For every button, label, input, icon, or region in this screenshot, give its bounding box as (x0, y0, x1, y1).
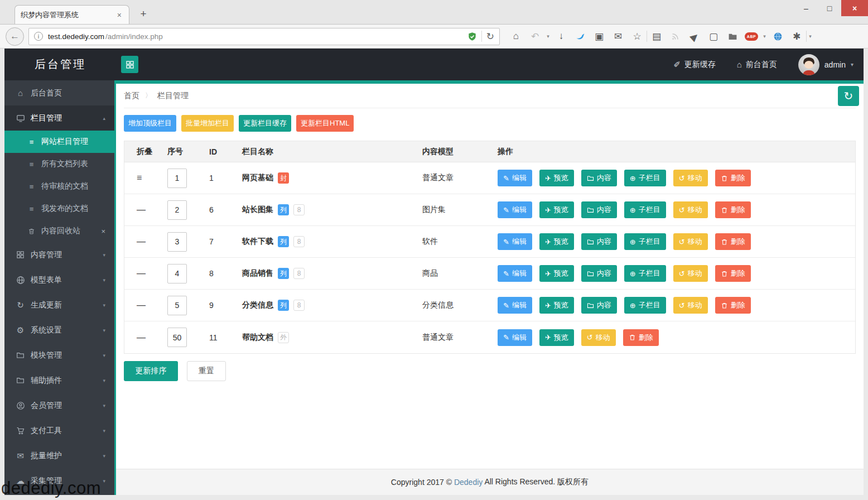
order-input[interactable] (167, 296, 187, 315)
update-column-cache-button[interactable]: 更新栏目缓存 (239, 115, 291, 132)
edit-button[interactable]: ✎编辑 (498, 170, 532, 186)
info-icon[interactable]: i (34, 32, 43, 41)
globe-icon[interactable] (768, 32, 787, 41)
send-icon[interactable]: ▶ (685, 31, 704, 42)
reload-icon[interactable]: ↻ (486, 31, 494, 42)
sidebar-item-column-mgmt[interactable]: 栏目管理 ▴ (4, 105, 114, 131)
sidebar-item-content-mgmt[interactable]: 内容管理 ▾ (4, 242, 114, 267)
sidebar-item-my-docs[interactable]: ≡ 我发布的文档 (4, 198, 114, 220)
overflow-dropdown-icon[interactable]: ▾ (807, 33, 814, 39)
collapse-icon[interactable]: — (137, 237, 146, 246)
delete-button[interactable]: 删除 (715, 297, 751, 314)
collapse-icon[interactable]: — (137, 300, 146, 310)
edit-button[interactable]: ✎编辑 (498, 201, 532, 218)
sidebar-item-dashboard[interactable]: ⌂ 后台首页 (4, 80, 114, 105)
undo-icon[interactable]: ↶ (525, 31, 544, 42)
column-name[interactable]: 帮助文档 (242, 333, 273, 343)
url-bar[interactable]: i test.dedediy.com /admin/index.php ↻ (28, 28, 500, 45)
window-panel-icon[interactable]: ▢ (704, 31, 723, 42)
delete-button[interactable]: 删除 (715, 170, 751, 186)
collapse-icon[interactable]: — (137, 205, 146, 214)
window-minimize-button[interactable]: – (794, 0, 818, 16)
preview-button[interactable]: ✈预览 (539, 201, 574, 218)
sidebar-item-pending-docs[interactable]: ≡ 待审核的文档 (4, 175, 114, 198)
collapse-icon[interactable]: — (137, 268, 146, 278)
edit-button[interactable]: ✎编辑 (498, 265, 532, 282)
close-icon[interactable]: × (101, 227, 105, 235)
order-input[interactable] (167, 232, 187, 252)
front-home-link[interactable]: ⌂ 前台首页 (737, 60, 777, 70)
delete-button[interactable]: 删除 (715, 233, 751, 250)
move-button[interactable]: ↺移动 (673, 297, 708, 314)
tab-close-icon[interactable]: × (115, 11, 123, 20)
column-name[interactable]: 分类信息 (242, 300, 273, 310)
column-name[interactable]: 站长图集 (242, 205, 273, 215)
user-menu[interactable]: admin ▾ (798, 54, 853, 75)
move-button[interactable]: ↺移动 (673, 233, 708, 250)
apps-grid-button[interactable] (121, 56, 138, 73)
batch-add-column-button[interactable]: 批量增加栏目 (181, 115, 234, 132)
folder-icon[interactable] (723, 32, 742, 41)
preview-button[interactable]: ✈预览 (539, 329, 574, 346)
order-input[interactable] (167, 169, 187, 188)
mail-icon[interactable]: ✉ (609, 31, 628, 42)
move-button[interactable]: ↺移动 (673, 265, 708, 282)
preview-button[interactable]: ✈预览 (539, 233, 574, 250)
edit-button[interactable]: ✎编辑 (498, 233, 532, 250)
plugin-icon[interactable]: ✱ (787, 31, 806, 42)
sidebar-item-payment[interactable]: 支付工具 ▾ (4, 418, 114, 443)
edit-button[interactable]: ✎编辑 (498, 297, 532, 314)
order-input[interactable] (167, 264, 187, 283)
sidebar-item-generate[interactable]: ↻ 生成更新 ▾ (4, 292, 114, 318)
move-button[interactable]: ↺移动 (581, 329, 616, 346)
subcolumn-button[interactable]: ⊕子栏目 (624, 233, 666, 250)
move-button[interactable]: ↺移动 (673, 201, 708, 218)
column-name[interactable]: 网页基础 (242, 173, 273, 183)
update-order-button[interactable]: 更新排序 (124, 361, 178, 381)
column-name[interactable]: 软件下载 (242, 237, 273, 247)
subcolumn-button[interactable]: ⊕子栏目 (624, 201, 666, 218)
content-button[interactable]: 内容 (581, 265, 617, 282)
new-tab-button[interactable]: + (135, 8, 152, 20)
sidebar-item-module-mgmt[interactable]: 模块管理 ▾ (4, 343, 114, 368)
sidebar-item-plugins[interactable]: 辅助插件 ▾ (4, 368, 114, 393)
add-top-column-button[interactable]: 增加顶级栏目 (124, 115, 176, 132)
sidebar-item-model-form[interactable]: 模型表单 ▾ (4, 267, 114, 292)
shield-icon[interactable] (467, 32, 477, 41)
content-button[interactable]: 内容 (581, 233, 617, 250)
home-icon[interactable]: ⌂ (507, 31, 525, 42)
rss-icon[interactable] (666, 32, 685, 41)
sidebar-item-site-columns[interactable]: ≡ 网站栏目管理 (4, 131, 114, 153)
sidebar-item-system-settings[interactable]: ⚙ 系统设置 ▾ (4, 318, 114, 343)
sidebar-item-all-docs[interactable]: ≡ 所有文档列表 (4, 153, 114, 175)
star-icon[interactable]: ☆ (628, 31, 647, 42)
adblock-icon[interactable]: ABP (742, 32, 761, 41)
adblock-dropdown-icon[interactable]: ▾ (761, 33, 768, 39)
window-close-button[interactable]: × (841, 0, 868, 16)
delete-button[interactable]: 删除 (715, 201, 751, 218)
preview-button[interactable]: ✈预览 (539, 297, 574, 314)
footer-brand-link[interactable]: Dedediy (454, 478, 483, 487)
download-icon[interactable]: ↓ (552, 31, 571, 42)
move-button[interactable]: ↺移动 (673, 170, 708, 186)
back-button[interactable]: ← (6, 27, 24, 46)
sidebar-item-members[interactable]: 会员管理 ▾ (4, 393, 114, 418)
order-input[interactable] (167, 200, 187, 220)
breadcrumb-home[interactable]: 首页 (124, 91, 139, 101)
refresh-cache-link[interactable]: ✐ 更新缓存 (673, 60, 716, 70)
thunderbird-icon[interactable] (571, 32, 590, 41)
subcolumn-button[interactable]: ⊕子栏目 (624, 297, 666, 314)
reset-button[interactable]: 重置 (187, 361, 226, 381)
delete-button[interactable]: 删除 (623, 329, 659, 346)
subcolumn-button[interactable]: ⊕子栏目 (624, 265, 666, 282)
drag-handle-icon[interactable]: ≡ (137, 173, 142, 182)
browser-tab[interactable]: 织梦内容管理系统 × (15, 5, 129, 24)
content-button[interactable]: 内容 (581, 201, 617, 218)
update-column-html-button[interactable]: 更新栏目HTML (296, 115, 354, 132)
sidebar-item-recycle-bin[interactable]: 内容回收站 × (4, 220, 114, 242)
preview-button[interactable]: ✈预览 (539, 265, 574, 282)
order-input[interactable] (167, 328, 187, 347)
sidebar-item-batch[interactable]: ✉ 批量维护 ▾ (4, 443, 114, 468)
dictionary-icon[interactable]: ▣ (590, 31, 609, 42)
clipboard-icon[interactable]: ▤ (647, 31, 666, 42)
